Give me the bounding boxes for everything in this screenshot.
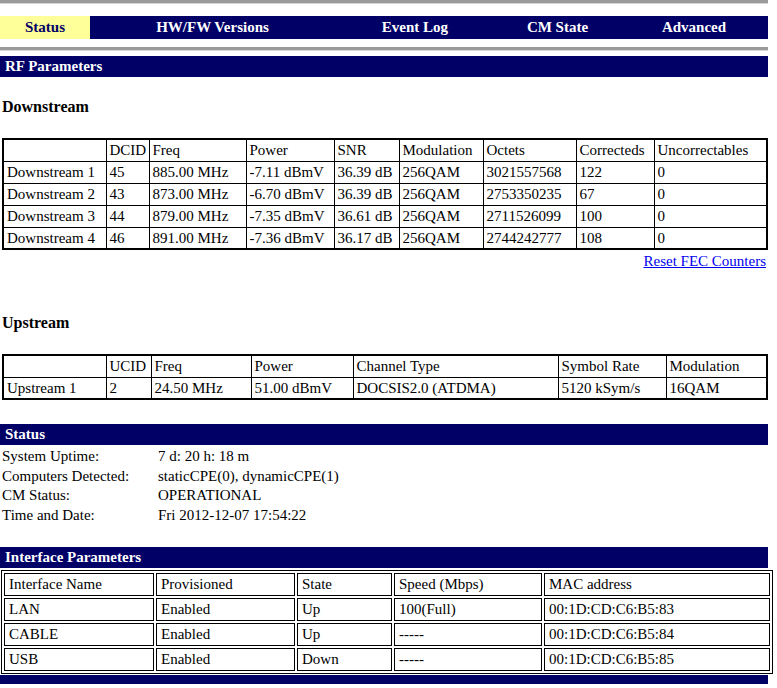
table-cell: Enabled (156, 598, 295, 621)
tab-event-log[interactable]: Event Log (335, 16, 495, 39)
table-cell: 256QAM (399, 161, 483, 183)
top-divider (0, 0, 768, 4)
column-header: Interface Name (4, 573, 154, 596)
status-row-computers: Computers Detected: staticCPE(0), dynami… (2, 467, 777, 487)
table-cell: 36.61 dB (334, 205, 399, 227)
table-cell: 0 (654, 205, 767, 227)
table-cell: 36.17 dB (334, 227, 399, 249)
table-cell: 0 (654, 183, 767, 205)
table-cell: -7.36 dBmV (246, 227, 334, 249)
table-cell: LAN (4, 598, 154, 621)
table-cell: 2711526099 (483, 205, 576, 227)
table-cell: 5120 kSym/s (558, 377, 666, 399)
table-row: LANEnabledUp100(Full)00:1D:CD:C6:B5:83 (4, 598, 770, 621)
table-row: Downstream 344879.00 MHz-7.35 dBmV36.61 … (3, 205, 767, 227)
column-header: Freq (151, 355, 251, 377)
cm-status-value: OPERATIONAL (158, 486, 261, 506)
column-header: SNR (334, 139, 399, 161)
column-header: DCID (106, 139, 149, 161)
upstream-table: UCIDFreqPowerChannel TypeSymbol RateModu… (2, 354, 768, 400)
table-cell: ----- (394, 648, 542, 671)
column-header: State (297, 573, 392, 596)
table-cell: 256QAM (399, 205, 483, 227)
interface-parameters-header: Interface Parameters (0, 547, 768, 568)
reset-fec-counters-link[interactable]: Reset FEC Counters (644, 253, 767, 269)
table-row: Upstream 1224.50 MHz51.00 dBmVDOCSIS2.0 … (3, 377, 767, 399)
table-cell: Enabled (156, 623, 295, 646)
table-cell: 36.39 dB (334, 161, 399, 183)
computers-detected-label: Computers Detected: (2, 467, 158, 487)
column-header: Channel Type (353, 355, 558, 377)
reset-fec-row: Reset FEC Counters (0, 253, 766, 273)
table-cell: 51.00 dBmV (251, 377, 353, 399)
cm-status-label: CM Status: (2, 486, 158, 506)
computers-detected-value: staticCPE(0), dynamicCPE(1) (158, 467, 339, 487)
column-header: Speed (Mbps) (394, 573, 542, 596)
status-section-header: Status (0, 424, 768, 445)
table-cell: Downstream 3 (3, 205, 106, 227)
table-cell: 879.00 MHz (149, 205, 246, 227)
table-cell: 100(Full) (394, 598, 542, 621)
table-header-row: DCIDFreqPowerSNRModulationOctetsCorrecte… (3, 139, 767, 161)
table-cell: 2 (106, 377, 151, 399)
rf-parameters-header: RF Parameters (0, 56, 768, 77)
nav-divider (0, 47, 768, 51)
main-navigation: Status HW/FW Versions Event Log CM State… (0, 16, 768, 39)
table-cell: -7.11 dBmV (246, 161, 334, 183)
table-cell: 2744242777 (483, 227, 576, 249)
table-cell: -6.70 dBmV (246, 183, 334, 205)
column-header (3, 355, 106, 377)
table-cell: Downstream 1 (3, 161, 106, 183)
table-row: Downstream 243873.00 MHz-6.70 dBmV36.39 … (3, 183, 767, 205)
table-cell: 24.50 MHz (151, 377, 251, 399)
tab-cm-state[interactable]: CM State (495, 16, 620, 39)
table-cell: Downstream 2 (3, 183, 106, 205)
column-header: UCID (106, 355, 151, 377)
tab-hwfw-versions[interactable]: HW/FW Versions (90, 16, 335, 39)
table-cell: Upstream 1 (3, 377, 106, 399)
cable-modem-status-page: Status HW/FW Versions Event Log CM State… (0, 0, 777, 688)
table-row: USBEnabledDown-----00:1D:CD:C6:B5:85 (4, 648, 770, 671)
table-cell: 45 (106, 161, 149, 183)
column-header: Symbol Rate (558, 355, 666, 377)
column-header (3, 139, 106, 161)
status-row-uptime: System Uptime: 7 d: 20 h: 18 m (2, 447, 777, 467)
table-cell: Up (297, 623, 392, 646)
system-uptime-label: System Uptime: (2, 447, 158, 467)
table-cell: Down (297, 648, 392, 671)
column-header: Freq (149, 139, 246, 161)
system-uptime-value: 7 d: 20 h: 18 m (158, 447, 249, 467)
table-header-row: UCIDFreqPowerChannel TypeSymbol RateModu… (3, 355, 767, 377)
table-cell: 00:1D:CD:C6:B5:84 (544, 623, 770, 646)
table-row: CABLEEnabledUp-----00:1D:CD:C6:B5:84 (4, 623, 770, 646)
table-row: Downstream 145885.00 MHz-7.11 dBmV36.39 … (3, 161, 767, 183)
table-row: Downstream 446891.00 MHz-7.36 dBmV36.17 … (3, 227, 767, 249)
interface-table: Interface NameProvisionedStateSpeed (Mbp… (1, 570, 773, 674)
table-cell: 108 (576, 227, 654, 249)
status-row-cm-status: CM Status: OPERATIONAL (2, 486, 777, 506)
upstream-label: Upstream (2, 314, 777, 332)
status-fields: System Uptime: 7 d: 20 h: 18 m Computers… (2, 447, 777, 525)
table-cell: 46 (106, 227, 149, 249)
table-cell: 44 (106, 205, 149, 227)
downstream-label: Downstream (2, 98, 777, 116)
table-cell: 256QAM (399, 227, 483, 249)
table-cell: 00:1D:CD:C6:B5:83 (544, 598, 770, 621)
tab-status[interactable]: Status (0, 16, 90, 39)
column-header: Provisioned (156, 573, 295, 596)
table-cell: 43 (106, 183, 149, 205)
tab-advanced[interactable]: Advanced (620, 16, 768, 39)
time-and-date-label: Time and Date: (2, 506, 158, 526)
column-header: Modulation (666, 355, 767, 377)
table-cell: 36.39 dB (334, 183, 399, 205)
table-cell: 0 (654, 161, 767, 183)
table-cell: 873.00 MHz (149, 183, 246, 205)
table-cell: USB (4, 648, 154, 671)
table-cell: 100 (576, 205, 654, 227)
status-row-time-date: Time and Date: Fri 2012-12-07 17:54:22 (2, 506, 777, 526)
column-header: Power (246, 139, 334, 161)
table-cell: DOCSIS2.0 (ATDMA) (353, 377, 558, 399)
column-header: Octets (483, 139, 576, 161)
table-header-row: Interface NameProvisionedStateSpeed (Mbp… (4, 573, 770, 596)
downstream-table: DCIDFreqPowerSNRModulationOctetsCorrecte… (2, 138, 768, 250)
